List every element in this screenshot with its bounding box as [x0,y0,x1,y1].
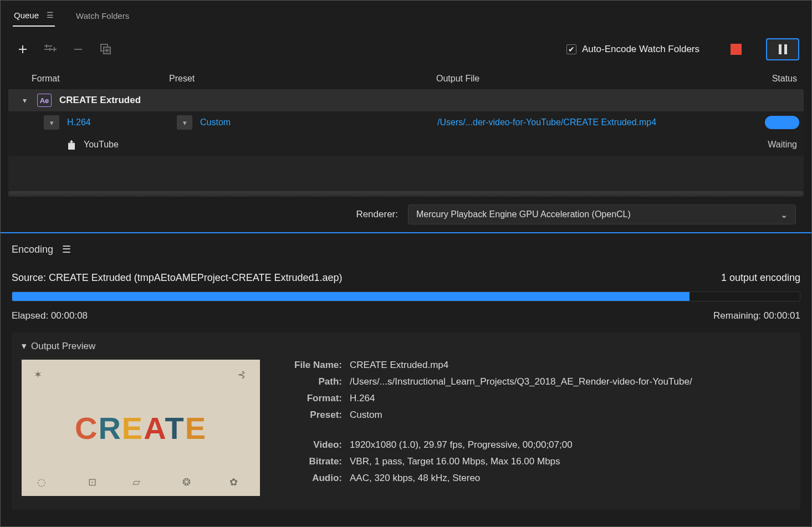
add-preset-button[interactable] [44,43,57,56]
video-value: 1920x1080 (1.0), 29.97 fps, Progressive,… [350,439,692,451]
chevron-down-icon: ▾ [22,340,27,352]
outputs-encoding: 1 output encoding [721,272,800,284]
encoding-panel: Encoding ☰ Source: CREATE Extruded (tmpA… [1,233,811,509]
project-name: CREATE Extruded [59,95,141,106]
stop-button[interactable] [731,44,742,55]
format-label: Format: [275,393,342,404]
thumbnail-art: CREATE [75,410,207,446]
pause-icon [784,44,787,54]
remove-button[interactable] [72,43,85,56]
preset-dropdown-icon[interactable]: ▾ [177,115,192,130]
chevron-down-icon: ⌄ [780,209,788,220]
youtube-status: Waiting [119,140,799,150]
queue-column-headers: Format Preset Output File Status [8,68,804,89]
source-value: CREATE Extruded (tmpAEtoAMEProject-CREAT… [49,272,343,283]
youtube-label: YouTube [84,140,119,150]
preset-value: Custom [350,410,692,421]
col-status[interactable]: Status [758,74,797,84]
bitrate-label: Bitrate: [275,456,342,467]
toolbar: ✔ Auto-Encode Watch Folders [1,27,811,68]
elapsed-label: Elapsed: [12,310,51,321]
queue-body: ▾ Ae CREATE Extruded ▾ H.264 ▾ Custom /U… [8,89,804,197]
path-value: /Users/...s/Instructional_Learn_Projects… [350,376,692,387]
duplicate-button[interactable] [99,43,113,56]
source-row: Source: CREATE Extruded (tmpAEtoAMEProje… [12,272,800,284]
output-preview-section: ▾ Output Preview CREATE ✶⊰ ◌⊡ ▱❂ ✿ File … [12,332,800,509]
preview-body: CREATE ✶⊰ ◌⊡ ▱❂ ✿ File Name: CREATE Extr… [22,360,790,496]
upload-youtube-icon[interactable] [65,138,78,151]
col-output[interactable]: Output File [436,74,758,84]
renderer-value: Mercury Playback Engine GPU Acceleration… [416,209,631,219]
format-cell[interactable]: ▾ H.264 [44,115,177,130]
queue-empty-space [8,156,804,190]
svg-rect-0 [44,45,52,47]
preset-label: Preset: [275,410,342,421]
remaining-label: Remaining: [713,310,764,321]
preset-value: Custom [200,117,231,127]
remaining-value: 00:00:01 [764,310,800,321]
preview-metadata: File Name: CREATE Extruded.mp4 Path: /Us… [275,360,692,484]
pause-button[interactable] [766,38,799,60]
encoding-title-row: Encoding ☰ [12,243,800,255]
col-preset[interactable]: Preset [169,74,436,84]
tab-queue-label: Queue [14,11,39,20]
tab-watch-folders[interactable]: Watch Folders [75,8,130,26]
svg-rect-1 [44,49,52,50]
bitrate-value: VBR, 1 pass, Target 16.00 Mbps, Max 16.0… [350,456,692,467]
remaining-time: Remaining: 00:00:01 [713,310,800,321]
time-row: Elapsed: 00:00:08 Remaining: 00:00:01 [12,310,800,321]
menu-icon[interactable]: ☰ [62,243,71,255]
source-text: Source: CREATE Extruded (tmpAEtoAMEProje… [12,272,343,284]
audio-label: Audio: [275,473,342,484]
renderer-label: Renderer: [356,209,398,220]
video-label: Video: [275,439,342,451]
filename-value: CREATE Extruded.mp4 [350,360,692,371]
auto-encode-toggle[interactable]: ✔ Auto-Encode Watch Folders [566,44,699,55]
queue-publish-row[interactable]: YouTube Waiting [8,134,804,156]
after-effects-icon: Ae [37,94,52,107]
preview-header[interactable]: ▾ Output Preview [22,340,790,352]
col-format[interactable]: Format [32,74,169,84]
pause-icon [779,44,782,54]
panel-tabs: Queue ☰ Watch Folders [1,1,811,27]
encoding-progress-fill [12,292,690,301]
format-value: H.264 [67,117,91,127]
queue-output-row[interactable]: ▾ H.264 ▾ Custom /Users/...der-video-for… [8,111,804,134]
preview-title: Output Preview [31,341,95,352]
output-path[interactable]: /Users/...der-video-for-YouTube/CREATE E… [437,117,758,127]
path-label: Path: [275,376,342,387]
filename-label: File Name: [275,360,342,371]
svg-rect-4 [74,49,82,50]
queue-panel: Format Preset Output File Status ▾ Ae CR… [1,68,811,232]
auto-encode-label: Auto-Encode Watch Folders [582,44,699,55]
tab-watch-folders-label: Watch Folders [76,11,129,21]
checkbox-icon: ✔ [566,44,576,54]
audio-value: AAC, 320 kbps, 48 kHz, Stereo [350,473,692,484]
elapsed-value: 00:00:08 [51,310,88,321]
horizontal-scrollbar[interactable] [8,191,804,197]
status-cell [758,116,799,129]
output-preview-thumbnail: CREATE ✶⊰ ◌⊡ ▱❂ ✿ [22,360,260,496]
add-button[interactable] [16,43,29,56]
svg-rect-3 [49,48,50,51]
encoding-title: Encoding [12,244,53,255]
svg-rect-2 [46,44,47,48]
elapsed-time: Elapsed: 00:00:08 [12,310,88,321]
renderer-row: Renderer: Mercury Playback Engine GPU Ac… [8,197,804,232]
renderer-select[interactable]: Mercury Playback Engine GPU Acceleration… [408,204,796,224]
source-prefix: Source: [12,272,49,283]
format-value: H.264 [350,393,692,404]
menu-icon[interactable]: ☰ [47,11,54,19]
queue-project-row[interactable]: ▾ Ae CREATE Extruded [8,89,804,111]
preset-cell[interactable]: ▾ Custom [177,115,437,130]
encoding-progress-bar [12,291,800,301]
chevron-down-icon[interactable]: ▾ [19,95,29,105]
tab-queue[interactable]: Queue ☰ [13,7,55,27]
encoding-progress-pill [765,116,799,129]
format-dropdown-icon[interactable]: ▾ [44,115,59,130]
